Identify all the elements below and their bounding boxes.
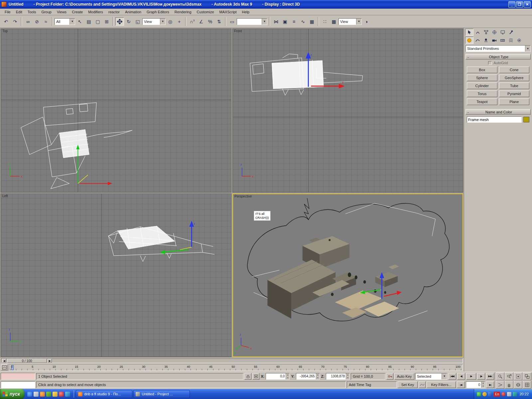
menu-customize[interactable]: Customize <box>194 9 217 15</box>
menu-tools[interactable]: Tools <box>25 9 39 15</box>
show-desktop-icon[interactable] <box>34 392 39 397</box>
select-and-scale-button[interactable]: ◱ <box>133 17 142 26</box>
subtab-helpers[interactable] <box>498 37 507 44</box>
subtab-cameras[interactable] <box>490 37 498 44</box>
quicklaunch-icon-2[interactable] <box>59 392 64 397</box>
create-geosphere-button[interactable]: GeoSphere <box>499 74 530 81</box>
task-button-flstudio[interactable]: dnb в fl studio 9 - По... <box>76 390 132 398</box>
quick-render-button[interactable]: ◑ <box>362 17 371 26</box>
menu-file[interactable]: File <box>2 9 13 15</box>
rollout-object-type[interactable]: - Object Type <box>466 54 531 60</box>
create-plane-button[interactable]: Plane <box>499 98 530 105</box>
zoom-button[interactable] <box>496 372 504 380</box>
undo-button[interactable]: ↶ <box>2 17 10 26</box>
subtab-systems[interactable] <box>515 37 523 44</box>
create-box-button[interactable]: Box <box>467 66 497 73</box>
menu-create[interactable]: Create <box>69 9 85 15</box>
current-frame-field[interactable]: 0 ▲▼ <box>466 381 485 388</box>
object-color-swatch[interactable] <box>523 117 529 122</box>
timeline-ruler[interactable]: 0 5 10 15 20 25 30 35 40 45 50 55 60 65 <box>9 364 463 371</box>
time-step-forward-button[interactable]: ▶ <box>48 359 52 363</box>
subtab-geometry[interactable] <box>465 37 473 44</box>
named-selection-sets-button[interactable]: ▭ <box>228 17 236 26</box>
menu-edit[interactable]: Edit <box>13 9 25 15</box>
go-to-start-button[interactable]: |◀◀ <box>448 373 456 380</box>
create-pyramid-button[interactable]: Pyramid <box>499 90 530 97</box>
menu-graph-editors[interactable]: Graph Editors <box>144 9 172 15</box>
viewport-front[interactable]: Front <box>232 29 463 193</box>
viewport-perspective-label[interactable]: Perspective <box>234 195 252 198</box>
messenger-icon[interactable] <box>65 392 70 397</box>
unlink-selection-button[interactable]: ⊘ <box>33 17 41 26</box>
object-name-input[interactable] <box>467 116 522 123</box>
media-player-icon[interactable] <box>40 392 45 397</box>
next-key-button[interactable]: ▶| <box>486 381 494 388</box>
menu-maxscript[interactable]: MAXScript <box>217 9 239 15</box>
z-transform-field[interactable]: 1308,878 ▲▼ <box>326 373 350 380</box>
subtab-space-warps[interactable] <box>507 37 515 44</box>
frame-spinner[interactable]: ▲▼ <box>481 382 485 388</box>
tab-create[interactable] <box>465 29 473 36</box>
selection-filter-combo[interactable]: All ▼ <box>55 18 75 25</box>
create-cylinder-button[interactable]: Cylinder <box>467 82 497 89</box>
time-slider-handle[interactable]: 0 / 100 <box>7 359 47 363</box>
selection-lock-button[interactable] <box>244 373 251 380</box>
tab-motion[interactable] <box>490 29 498 36</box>
set-keys-button[interactable] <box>386 373 393 380</box>
z-spinner[interactable]: ▲▼ <box>346 373 349 379</box>
restore-button[interactable]: ❐ <box>516 1 523 8</box>
menu-views[interactable]: Views <box>54 9 69 15</box>
zoom-all-button[interactable] <box>505 372 513 380</box>
task-button-3dsmax[interactable]: Untitled - Project ... <box>133 390 190 398</box>
angle-snap-button[interactable]: ∠ <box>197 17 205 26</box>
previous-frame-button[interactable]: ◀| <box>457 373 465 380</box>
tab-utilities[interactable] <box>507 29 515 36</box>
menu-modifiers[interactable]: Modifiers <box>85 9 106 15</box>
start-button[interactable]: пуск <box>0 389 25 399</box>
arc-rotate-button[interactable] <box>514 381 522 389</box>
minimize-button[interactable]: _ <box>508 1 515 8</box>
next-frame-button[interactable]: |▶ <box>477 373 485 380</box>
zoom-extents-all-button[interactable] <box>523 372 531 380</box>
window-crossing-button[interactable]: ⊞ <box>102 17 111 26</box>
spinner-snap-button[interactable]: ⇅ <box>215 17 223 26</box>
tab-display[interactable] <box>498 29 507 36</box>
schematic-view-button[interactable]: ▦ <box>308 17 316 26</box>
key-mode-combo[interactable]: Selected ▼ <box>415 373 447 380</box>
viewport-top[interactable]: Top <box>1 29 231 193</box>
snap-toggle-button[interactable]: ∩3 <box>188 17 197 26</box>
select-by-name-button[interactable]: ▤ <box>84 17 93 26</box>
bind-to-space-warp-button[interactable]: ≈ <box>42 17 50 26</box>
menu-animation[interactable]: Animation <box>122 9 144 15</box>
pan-button[interactable] <box>505 381 513 389</box>
tray-icon-3[interactable] <box>513 392 517 396</box>
create-sphere-button[interactable]: Sphere <box>467 74 497 81</box>
folder-icon[interactable] <box>53 392 58 397</box>
material-editor-button[interactable]: ∷ <box>321 17 329 26</box>
coord-system-combo[interactable]: View ▼ <box>142 18 166 25</box>
viewport-left[interactable]: Left <box>1 194 231 357</box>
select-and-rotate-button[interactable]: ↻ <box>124 17 133 26</box>
menu-group[interactable]: Group <box>39 9 54 15</box>
create-teapot-button[interactable]: Teapot <box>467 98 497 105</box>
selection-region-button[interactable]: ▢ <box>93 17 102 26</box>
viewport-front-label[interactable]: Front <box>234 29 242 33</box>
align-button[interactable]: ▣ <box>281 17 289 26</box>
internet-explorer-icon[interactable] <box>27 392 32 397</box>
maxscript-mini-listener[interactable] <box>1 381 35 388</box>
auto-key-button[interactable]: Auto Key <box>394 373 414 380</box>
use-pivot-center-button[interactable]: ◎ <box>166 17 175 26</box>
viewport-top-label[interactable]: Top <box>2 29 8 33</box>
create-torus-button[interactable]: Torus <box>467 90 497 97</box>
viewport-perspective[interactable]: Perspective IT'S all CRASH))) <box>232 194 463 357</box>
render-setup-button[interactable]: ▩ <box>330 17 338 26</box>
menu-rendering[interactable]: Rendering <box>172 9 194 15</box>
y-transform-field[interactable]: -3954,265 ▲▼ <box>296 373 320 380</box>
create-tube-button[interactable]: Tube <box>499 82 530 89</box>
add-time-tag-field[interactable]: Add Time Tag <box>347 381 397 388</box>
rollout-name-color[interactable]: - Name and Color <box>466 109 531 115</box>
key-filters-button[interactable]: Key Filters... <box>427 381 456 388</box>
tray-icon-1[interactable] <box>477 392 481 396</box>
volume-icon[interactable] <box>507 392 511 396</box>
menu-help[interactable]: Help <box>239 9 252 15</box>
